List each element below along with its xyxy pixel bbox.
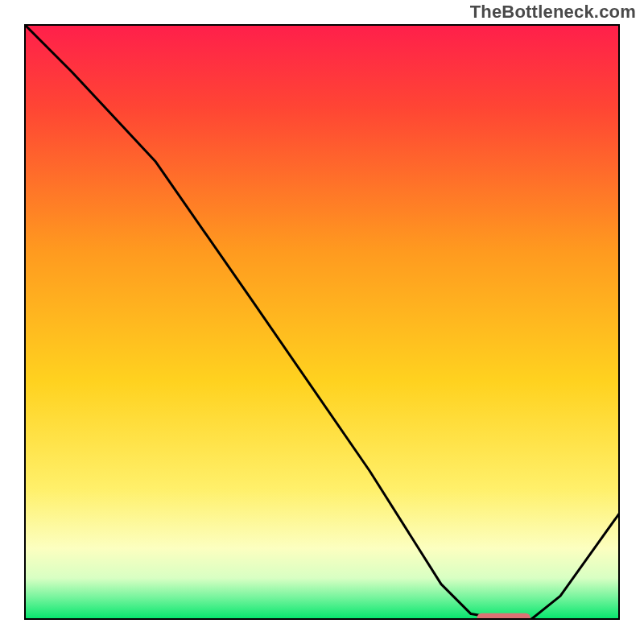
gradient-background — [24, 24, 620, 620]
plot-svg — [24, 24, 620, 620]
chart-container: TheBottleneck.com — [0, 0, 644, 644]
plot-area — [24, 24, 620, 620]
watermark-text: TheBottleneck.com — [470, 2, 636, 23]
